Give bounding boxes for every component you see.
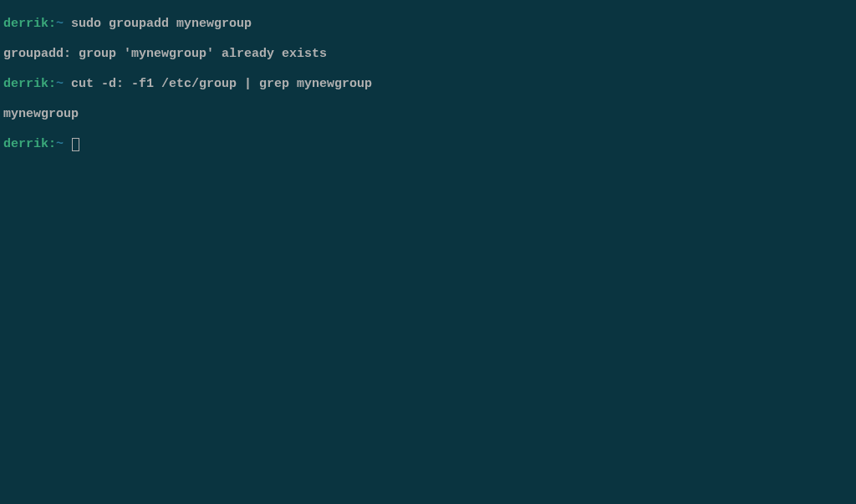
command-text <box>64 137 71 151</box>
terminal-line: groupadd: group 'mynewgroup' already exi… <box>3 47 853 62</box>
command-text: sudo groupadd mynewgroup <box>64 17 252 31</box>
output-text: mynewgroup <box>3 107 79 121</box>
terminal-line: mynewgroup <box>3 107 853 122</box>
terminal-line: derrik:~ <box>3 137 853 152</box>
prompt-user: derrik: <box>3 77 56 91</box>
prompt-tilde: ~ <box>56 137 64 151</box>
terminal-line: derrik:~ cut -d: -f1 /etc/group | grep m… <box>3 77 853 92</box>
prompt-tilde: ~ <box>56 17 64 31</box>
prompt-user: derrik: <box>3 17 56 31</box>
prompt-user: derrik: <box>3 137 56 151</box>
terminal-output[interactable]: derrik:~ sudo groupadd mynewgroup groupa… <box>3 2 853 167</box>
terminal-cursor[interactable] <box>72 138 79 151</box>
terminal-line: derrik:~ sudo groupadd mynewgroup <box>3 17 853 32</box>
command-text: cut -d: -f1 /etc/group | grep mynewgroup <box>64 77 372 91</box>
output-text: groupadd: group 'mynewgroup' already exi… <box>3 47 327 61</box>
prompt-tilde: ~ <box>56 77 64 91</box>
